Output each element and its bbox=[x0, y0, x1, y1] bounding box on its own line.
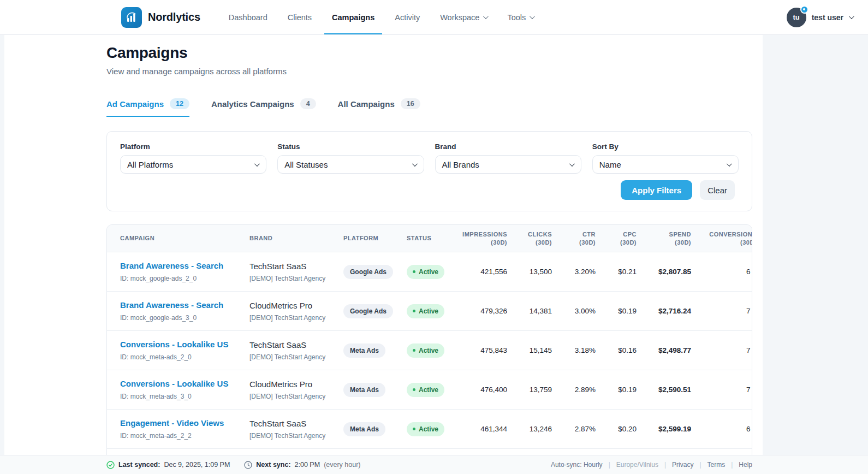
tab-count-badge: 12 bbox=[170, 98, 189, 109]
column-header-brand: BRAND bbox=[249, 234, 343, 242]
brand-select-value: All Brands bbox=[442, 160, 479, 169]
clear-filters-button[interactable]: Clear bbox=[700, 180, 735, 200]
agency-name: [DEMO] TechStart Agency bbox=[249, 353, 343, 361]
column-header-cpc: CPC(30D) bbox=[596, 230, 637, 247]
clicks-value: 13,759 bbox=[507, 386, 552, 394]
status-label: Active bbox=[419, 425, 438, 433]
last-synced-value: Dec 9, 2025, 1:09 PM bbox=[164, 461, 230, 469]
tab-analytics-campaigns[interactable]: Analytics Campaigns 4 bbox=[211, 98, 316, 117]
user-menu[interactable]: tu test user bbox=[787, 8, 853, 27]
conversions-value: 6 bbox=[691, 425, 752, 433]
filter-label-sort-by: Sort By bbox=[592, 143, 739, 151]
column-header-label: CLICKS bbox=[528, 230, 552, 239]
status-label: Active bbox=[419, 386, 438, 394]
chevron-down-icon bbox=[727, 161, 732, 167]
agency-name: [DEMO] TechStart Agency bbox=[249, 393, 343, 400]
cpc-value: $0.16 bbox=[596, 346, 637, 354]
next-sync-label: Next sync: bbox=[256, 461, 290, 469]
brand-cell: CloudMetrics Pro[DEMO] TechStart Agency bbox=[249, 380, 343, 400]
nav-workspace[interactable]: Workspace bbox=[440, 0, 487, 34]
status-label: Active bbox=[419, 347, 438, 354]
spend-value: $2,498.77 bbox=[637, 346, 691, 354]
separator: | bbox=[699, 461, 701, 469]
table-row: Engagement - Video ViewsID: mock_meta-ad… bbox=[107, 410, 752, 449]
column-header-platform: PLATFORM bbox=[343, 234, 407, 242]
privacy-link[interactable]: Privacy bbox=[672, 461, 693, 469]
brand-name: TechStart SaaS bbox=[249, 262, 343, 271]
impressions-value: 479,326 bbox=[462, 307, 507, 315]
status-dot-icon bbox=[413, 388, 415, 391]
column-header-impressions: IMPRESSIONS(30D) bbox=[462, 230, 507, 247]
nav-tools[interactable]: Tools bbox=[507, 0, 533, 34]
column-header-label: PLATFORM bbox=[343, 234, 407, 242]
tab-label: All Campaigns bbox=[338, 99, 395, 109]
filter-label-brand: Brand bbox=[435, 143, 581, 151]
platform-select-value: All Platforms bbox=[127, 160, 173, 169]
nav-campaigns[interactable]: Campaigns bbox=[332, 0, 374, 34]
brand-select[interactable]: All Brands bbox=[435, 155, 581, 174]
campaign-link[interactable]: Conversions - Lookalike US bbox=[120, 379, 228, 388]
separator: | bbox=[609, 461, 610, 469]
clock-icon bbox=[244, 461, 252, 469]
chevron-down-icon bbox=[569, 161, 575, 167]
brand-name: CloudMetrics Pro bbox=[249, 380, 343, 389]
impressions-value: 461,344 bbox=[462, 425, 507, 433]
campaign-cell: Brand Awareness - SearchID: mock_google-… bbox=[120, 261, 249, 282]
status-dot-icon bbox=[413, 310, 415, 312]
ctr-value: 2.89% bbox=[552, 386, 596, 394]
campaign-id: ID: mock_meta-ads_3_0 bbox=[120, 393, 249, 400]
cpc-value: $0.19 bbox=[596, 386, 637, 394]
status-badge: Active bbox=[407, 422, 444, 436]
chevron-down-icon bbox=[530, 14, 535, 19]
chevron-down-icon bbox=[483, 14, 489, 19]
spend-value: $2,590.51 bbox=[637, 386, 691, 394]
campaign-link[interactable]: Brand Awareness - Search bbox=[120, 300, 223, 310]
column-header-period: (30D) bbox=[579, 239, 596, 247]
sort-by-select-value: Name bbox=[599, 160, 621, 169]
apply-filters-button[interactable]: Apply Filters bbox=[621, 180, 692, 200]
chevron-down-icon bbox=[849, 14, 854, 19]
campaign-link[interactable]: Brand Awareness - Search bbox=[120, 261, 223, 270]
auto-sync-status: Auto-sync: Hourly bbox=[551, 461, 603, 469]
last-synced-label: Last synced: bbox=[118, 461, 160, 469]
column-header-conversions: CONVERSIONS(30D) bbox=[691, 230, 752, 247]
platform-badge: Google Ads bbox=[343, 304, 393, 318]
conversions-value: 6 bbox=[691, 268, 752, 276]
table-row: Conversions - Lookalike USID: mock_meta-… bbox=[107, 370, 752, 410]
impressions-value: 475,843 bbox=[462, 346, 507, 354]
column-header-label: STATUS bbox=[407, 234, 462, 242]
nav-activity[interactable]: Activity bbox=[395, 0, 420, 34]
platform-cell: Meta Ads bbox=[343, 422, 407, 436]
cpc-value: $0.20 bbox=[596, 425, 637, 433]
campaigns-table: CAMPAIGNBRANDPLATFORMSTATUSIMPRESSIONS(3… bbox=[106, 224, 752, 474]
table-row: Brand Awareness - SearchID: mock_google-… bbox=[107, 292, 752, 331]
campaign-link[interactable]: Conversions - Lookalike US bbox=[120, 340, 228, 349]
separator: | bbox=[664, 461, 666, 469]
platform-select[interactable]: All Platforms bbox=[120, 155, 266, 174]
table-header-row: CAMPAIGNBRANDPLATFORMSTATUSIMPRESSIONS(3… bbox=[107, 225, 752, 252]
content-area: Campaigns View and manage campaigns acro… bbox=[0, 35, 868, 474]
page-subtitle: View and manage campaigns across all pla… bbox=[106, 67, 752, 76]
status-badge: Active bbox=[407, 383, 444, 397]
campaign-link[interactable]: Engagement - Video Views bbox=[120, 418, 224, 428]
brand-logo[interactable]: Nordlytics bbox=[121, 7, 200, 28]
platform-badge: Meta Ads bbox=[343, 383, 385, 397]
platform-badge: Meta Ads bbox=[343, 422, 385, 436]
sort-by-select[interactable]: Name bbox=[592, 155, 739, 174]
brand-name: Nordlytics bbox=[148, 11, 200, 23]
tab-ad-campaigns[interactable]: Ad Campaigns 12 bbox=[106, 98, 189, 117]
terms-link[interactable]: Terms bbox=[708, 461, 726, 469]
column-header-label: CTR bbox=[582, 230, 596, 239]
help-link[interactable]: Help bbox=[739, 461, 752, 469]
nav-dashboard[interactable]: Dashboard bbox=[229, 0, 267, 34]
impressions-value: 476,400 bbox=[462, 386, 507, 394]
campaign-id: ID: mock_meta-ads_2_0 bbox=[120, 353, 249, 361]
platform-cell: Google Ads bbox=[343, 265, 407, 279]
column-header-campaign: CAMPAIGN bbox=[120, 234, 249, 242]
status-select[interactable]: All Statuses bbox=[277, 155, 424, 174]
status-label: Active bbox=[419, 268, 438, 276]
platform-badge: Meta Ads bbox=[343, 343, 385, 358]
nav-clients[interactable]: Clients bbox=[288, 0, 312, 34]
next-sync-note: (every hour) bbox=[324, 461, 360, 469]
tab-all-campaigns[interactable]: All Campaigns 16 bbox=[338, 98, 420, 117]
